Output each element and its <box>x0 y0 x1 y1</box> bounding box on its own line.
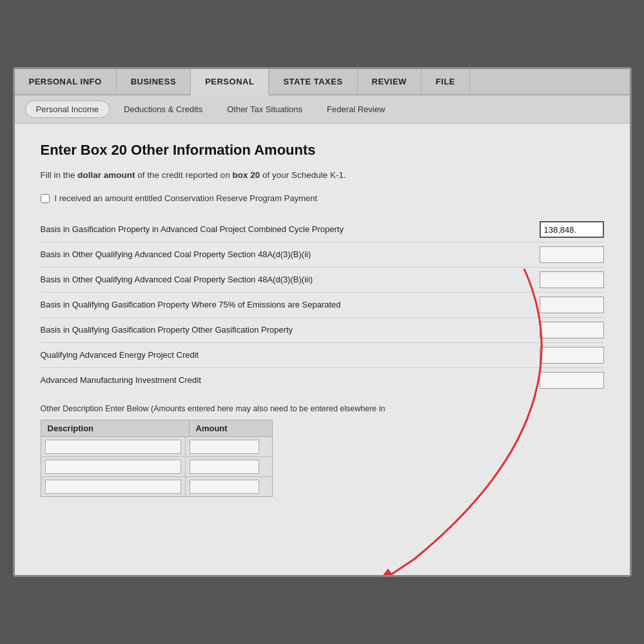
desc-table-row-1 <box>41 437 272 457</box>
form-row-7: Advanced Manufacturing Investment Credit <box>41 368 604 393</box>
desc-header-amount: Amount <box>190 420 267 436</box>
subtitle: Fill in the dollar amount of the credit … <box>41 169 604 182</box>
form-label-4: Basis in Qualifying Gasification Propert… <box>41 299 540 311</box>
desc-cell-amount-3 <box>186 477 263 496</box>
form-section: Basis in Gasification Property in Advanc… <box>41 217 604 393</box>
other-desc-text: Other Description Enter Below (Amounts e… <box>41 404 604 413</box>
form-input-4[interactable] <box>540 297 604 313</box>
tab-file[interactable]: FILE <box>422 69 470 94</box>
conservation-checkbox[interactable] <box>41 194 50 203</box>
subtab-personal-income[interactable]: Personal Income <box>25 101 110 118</box>
form-label-5: Basis in Qualifying Gasification Propert… <box>41 324 540 336</box>
desc-input-1[interactable] <box>45 440 181 454</box>
amount-input-3[interactable] <box>190 480 259 494</box>
desc-table-row-2 <box>41 457 272 477</box>
desc-table-header: Description Amount <box>41 420 272 437</box>
form-input-6[interactable] <box>540 347 604 364</box>
desc-header-description: Description <box>41 420 190 436</box>
desc-cell-desc-3 <box>41 477 186 496</box>
form-label-3: Basis in Other Qualifying Advanced Coal … <box>41 274 540 286</box>
form-label-1: Basis in Gasification Property in Advanc… <box>41 224 540 235</box>
conservation-checkbox-label: I received an amount entitled Conservati… <box>55 193 318 203</box>
page-title: Enter Box 20 Other Information Amounts <box>41 142 604 159</box>
amount-input-2[interactable] <box>190 460 259 474</box>
top-nav: PERSONAL INFO BUSINESS PERSONAL STATE TA… <box>15 69 630 95</box>
form-input-7[interactable] <box>540 372 604 389</box>
form-row-4: Basis in Qualifying Gasification Propert… <box>41 293 604 318</box>
app-window: PERSONAL INFO BUSINESS PERSONAL STATE TA… <box>13 67 632 577</box>
desc-table-row-3 <box>41 477 272 496</box>
tab-personal-info[interactable]: PERSONAL INFO <box>15 69 117 94</box>
subtab-federal-review[interactable]: Federal Review <box>317 101 395 117</box>
description-table: Description Amount <box>41 420 273 497</box>
form-label-6: Qualifying Advanced Energy Project Credi… <box>41 349 540 361</box>
form-row-2: Basis in Other Qualifying Advanced Coal … <box>41 242 604 268</box>
form-input-5[interactable] <box>540 322 604 338</box>
form-input-1[interactable] <box>540 221 604 238</box>
form-row-6: Qualifying Advanced Energy Project Credi… <box>41 343 604 368</box>
form-input-2[interactable] <box>540 246 604 263</box>
sub-nav: Personal Income Deductions & Credits Oth… <box>15 95 630 124</box>
form-row-1: Basis in Gasification Property in Advanc… <box>41 217 604 242</box>
tab-state-taxes[interactable]: STATE TAXES <box>269 69 357 94</box>
subtab-other-tax-situations[interactable]: Other Tax Situations <box>217 101 313 117</box>
form-row-5: Basis in Qualifying Gasification Propert… <box>41 318 604 343</box>
main-content: Enter Box 20 Other Information Amounts F… <box>15 124 630 575</box>
conservation-checkbox-row: I received an amount entitled Conservati… <box>41 193 604 203</box>
form-input-3[interactable] <box>540 271 604 288</box>
subtab-deductions-credits[interactable]: Deductions & Credits <box>113 101 213 117</box>
desc-cell-amount-2 <box>186 457 263 476</box>
form-label-2: Basis in Other Qualifying Advanced Coal … <box>41 249 540 260</box>
form-label-7: Advanced Manufacturing Investment Credit <box>41 375 540 386</box>
tab-review[interactable]: REVIEW <box>358 69 422 94</box>
form-row-3: Basis in Other Qualifying Advanced Coal … <box>41 268 604 293</box>
desc-input-3[interactable] <box>45 480 181 494</box>
desc-cell-desc-1 <box>41 437 186 456</box>
desc-input-2[interactable] <box>45 460 181 474</box>
tab-business[interactable]: BUSINESS <box>117 69 191 94</box>
desc-cell-amount-1 <box>186 437 263 456</box>
tab-personal[interactable]: PERSONAL <box>191 69 269 95</box>
amount-input-1[interactable] <box>190 440 259 454</box>
desc-cell-desc-2 <box>41 457 186 476</box>
